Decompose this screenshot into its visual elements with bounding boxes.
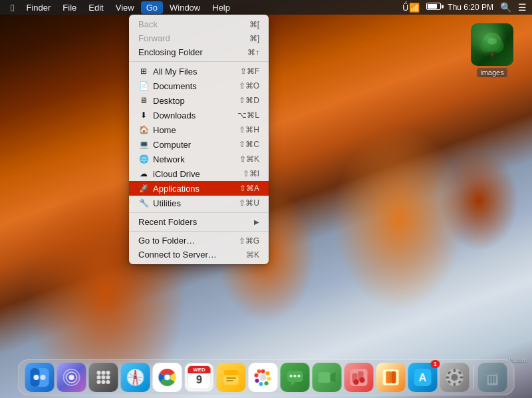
svg-point-36: [266, 371, 270, 375]
appstore-badge: 1: [431, 360, 440, 368]
menu-item-network[interactable]: 🌐 Network ⇧⌘K: [129, 152, 269, 166]
svg-point-14: [106, 371, 110, 375]
dock-item-finder[interactable]: [25, 363, 55, 392]
dock-item-itunes[interactable]: [344, 363, 374, 392]
dock-item-safari[interactable]: [121, 363, 150, 392]
svg-rect-64: [454, 383, 456, 386]
dock-item-trash[interactable]: [478, 363, 507, 392]
svg-point-62: [452, 374, 458, 381]
svg-rect-48: [319, 372, 331, 383]
desktop:  Finder File Edit View Go Window Help Ǘ…: [0, 0, 532, 398]
dock-item-preferences[interactable]: [440, 363, 469, 392]
menubar-finder[interactable]: Finder: [21, 1, 56, 14]
svg-point-37: [267, 377, 271, 381]
network-icon: 🌐: [138, 154, 149, 164]
svg-point-19: [102, 380, 106, 384]
svg-point-39: [259, 382, 263, 386]
svg-point-38: [265, 381, 269, 385]
dock-item-siri[interactable]: [57, 363, 86, 392]
svg-point-2: [491, 39, 504, 53]
arrow-icon: ▶: [254, 218, 259, 226]
svg-point-1: [480, 39, 493, 53]
menu-item-home[interactable]: 🏠 Home ⇧⌘H: [129, 122, 269, 137]
menu-item-back[interactable]: Back ⌘[: [129, 17, 269, 31]
svg-point-7: [34, 375, 39, 380]
desktop-icon-thumbnail: [471, 23, 513, 66]
menu-time[interactable]: Thu 6:20 PM: [448, 3, 493, 12]
menu-item-enclosing-folder[interactable]: Enclosing Folder ⌘↑: [129, 45, 269, 59]
dock-item-calendar[interactable]: WED 9: [185, 363, 214, 392]
dock-item-chrome[interactable]: [153, 363, 182, 392]
menu-item-icloud-drive[interactable]: ☁ iCloud Drive ⇧⌘I: [129, 166, 269, 181]
svg-point-8: [41, 375, 46, 380]
dock-item-messages[interactable]: [281, 363, 310, 392]
dock-item-facetime[interactable]: [313, 363, 342, 392]
svg-marker-44: [291, 382, 296, 386]
svg-point-45: [290, 375, 293, 377]
desktop-file-icon[interactable]: images: [466, 23, 519, 77]
svg-point-11: [69, 375, 74, 380]
documents-icon: 📄: [138, 81, 149, 91]
menubar-go[interactable]: Go: [141, 1, 163, 14]
svg-point-42: [257, 369, 261, 373]
icloud-icon: ☁: [138, 168, 149, 179]
search-icon[interactable]: 🔍: [500, 2, 511, 13]
svg-rect-3: [491, 51, 493, 57]
svg-rect-73: [490, 371, 495, 373]
menubar-right: Ǘ📶 Thu 6:20 PM 🔍 ☰: [402, 2, 527, 13]
svg-point-17: [106, 375, 110, 379]
svg-point-41: [255, 373, 259, 377]
svg-point-40: [255, 379, 259, 383]
menubar-file[interactable]: File: [57, 1, 82, 14]
menu-separator-3: [129, 231, 269, 232]
battery-status: [426, 3, 441, 12]
menu-item-forward[interactable]: Forward ⌘]: [129, 31, 269, 45]
list-icon[interactable]: ☰: [518, 2, 527, 13]
menu-item-documents[interactable]: 📄 Documents ⇧⌘O: [129, 79, 269, 93]
dock: WED 9: [18, 359, 515, 395]
menu-item-goto-folder[interactable]: Go to Folder… ⇧⌘G: [129, 234, 269, 248]
go-dropdown-menu: Back ⌘[ Forward ⌘] Enclosing Folder ⌘↑ ⊞…: [129, 15, 269, 264]
svg-rect-57: [392, 371, 396, 383]
svg-point-15: [97, 375, 101, 379]
menu-item-all-my-files[interactable]: ⊞ All My Files ⇧⌘F: [129, 64, 269, 79]
menu-item-applications[interactable]: 🚀 Applications ⇧⌘A: [129, 181, 269, 196]
computer-icon: 💻: [138, 139, 149, 150]
svg-marker-49: [331, 372, 336, 383]
menu-item-recent-folders[interactable]: Recent Folders ▶: [129, 215, 269, 229]
svg-rect-56: [386, 371, 391, 383]
svg-point-20: [106, 380, 110, 384]
menubar-window[interactable]: Window: [164, 1, 205, 14]
desktop-icon-label: images: [477, 68, 507, 77]
wifi-icon[interactable]: Ǘ📶: [402, 3, 420, 13]
menubar-help[interactable]: Help: [207, 1, 235, 14]
dock-item-photos[interactable]: [249, 363, 278, 392]
dock-item-notes[interactable]: [217, 363, 246, 392]
menu-item-downloads[interactable]: ⬇ Downloads ⌥⌘L: [129, 108, 269, 122]
svg-point-29: [165, 375, 170, 380]
svg-point-34: [260, 374, 267, 381]
svg-point-35: [261, 369, 265, 373]
svg-rect-66: [460, 377, 464, 379]
utilities-icon: 🔧: [138, 198, 149, 208]
dock-item-launchpad[interactable]: [89, 363, 118, 392]
dock-item-ibooks[interactable]: [376, 363, 406, 392]
apple-menu[interactable]: : [5, 1, 19, 15]
home-icon: 🏠: [138, 124, 149, 135]
menu-item-connect-to-server[interactable]: Connect to Server… ⌘K: [129, 248, 269, 262]
menu-item-computer[interactable]: 💻 Computer ⇧⌘C: [129, 137, 269, 152]
svg-point-4: [487, 38, 497, 45]
applications-icon: 🚀: [138, 183, 149, 194]
svg-point-12: [97, 371, 101, 375]
downloads-icon: ⬇: [138, 110, 149, 120]
all-files-icon: ⊞: [138, 66, 149, 77]
svg-rect-31: [224, 370, 239, 375]
menu-item-utilities[interactable]: 🔧 Utilities ⇧⌘U: [129, 196, 269, 210]
svg-point-13: [102, 371, 106, 375]
menubar-edit[interactable]: Edit: [83, 1, 108, 14]
menubar-view[interactable]: View: [110, 1, 140, 14]
svg-rect-54: [352, 373, 358, 383]
dock-item-appstore[interactable]: A 1: [408, 363, 438, 392]
dock-separator: [473, 365, 474, 389]
menu-item-desktop[interactable]: 🖥 Desktop ⇧⌘D: [129, 93, 269, 108]
